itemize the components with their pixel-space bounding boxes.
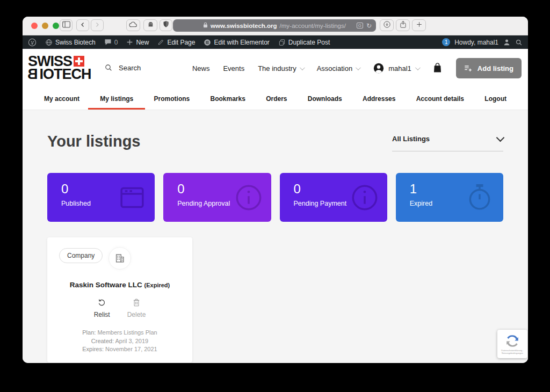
elementor-icon bbox=[204, 39, 211, 46]
url-path: /my-account/my-listings/ bbox=[280, 23, 346, 29]
tab-label: Downloads bbox=[308, 95, 342, 103]
tab-bookmarks[interactable]: Bookmarks bbox=[207, 88, 249, 110]
recaptcha-terms: Datenschutzerklärung - Nutzungsbedingung… bbox=[501, 349, 523, 354]
tab-my-account[interactable]: My account bbox=[41, 88, 83, 110]
delete-button[interactable]: Delete bbox=[127, 298, 146, 318]
new-label: New bbox=[136, 39, 149, 46]
nav-label: News bbox=[192, 64, 210, 72]
browser-toolbar: www.swissbiotech.org/my-account/my-listi… bbox=[23, 17, 528, 35]
privacy-extension-button[interactable] bbox=[143, 19, 157, 31]
sidebar-toggle-button[interactable] bbox=[60, 19, 73, 31]
meta-value: November 17, 2021 bbox=[105, 346, 157, 352]
shield-icon bbox=[163, 20, 169, 30]
forward-button[interactable] bbox=[91, 19, 104, 31]
meta-value: April 3, 2019 bbox=[115, 338, 148, 344]
stat-card-pending-approval: 0 Pending Approval bbox=[163, 173, 271, 222]
address-bar[interactable]: www.swissbiotech.org/my-account/my-listi… bbox=[173, 19, 376, 32]
stat-card-pending-payment: 0 Pending Payment bbox=[280, 173, 387, 222]
logo-b: B bbox=[28, 68, 38, 81]
logo-rest: IOTECH bbox=[40, 68, 91, 81]
new-tab-button[interactable] bbox=[412, 19, 426, 31]
account-tabs: My account My listings Promotions Bookma… bbox=[23, 88, 528, 110]
downloads-button[interactable] bbox=[380, 19, 394, 31]
wp-logo-menu[interactable] bbox=[28, 38, 37, 47]
trash-icon bbox=[132, 298, 141, 307]
nav-the-industry[interactable]: The industry bbox=[258, 64, 303, 72]
meta-value: Members Listings Plan bbox=[97, 329, 157, 336]
nav-label: The industry bbox=[258, 64, 296, 72]
translate-icon[interactable]: G bbox=[357, 23, 363, 28]
site-name: Swiss Biotech bbox=[55, 39, 96, 46]
listing-meta: Plan: Members Listings Plan Created: Apr… bbox=[56, 329, 184, 354]
search-label: Search bbox=[119, 64, 141, 72]
tab-label: Promotions bbox=[154, 95, 190, 103]
minimize-window-button[interactable] bbox=[42, 23, 48, 29]
sidebar-icon bbox=[62, 20, 70, 30]
page-title: Your listings bbox=[47, 133, 140, 150]
listing-stats-row: 0 Published 0 Pending Approval bbox=[47, 173, 503, 222]
tab-promotions[interactable]: Promotions bbox=[151, 88, 193, 110]
listings-filter-select[interactable]: All Listings bbox=[392, 135, 503, 151]
listing-avatar bbox=[108, 247, 131, 270]
stat-card-published: 0 Published bbox=[47, 173, 155, 222]
meta-label: Created: bbox=[91, 338, 114, 344]
my-listings-page: Your listings All Listings 0 Published bbox=[23, 110, 528, 363]
tab-label: Orders bbox=[266, 95, 287, 103]
chevron-down-icon bbox=[356, 65, 361, 70]
listing-status: (Expired) bbox=[144, 282, 170, 288]
edit-page-menu[interactable]: Edit Page bbox=[157, 39, 195, 46]
listing-name[interactable]: Raskin Software LLC bbox=[70, 281, 142, 289]
add-listing-button[interactable]: Add listing bbox=[456, 58, 522, 78]
shield-extension-button[interactable] bbox=[160, 19, 172, 31]
tab-logout[interactable]: Logout bbox=[481, 88, 510, 110]
relist-button[interactable]: Relist bbox=[94, 298, 110, 318]
new-content-menu[interactable]: New bbox=[126, 39, 149, 46]
meta-plan: Plan: Members Listings Plan bbox=[56, 329, 184, 337]
share-button[interactable] bbox=[396, 19, 410, 31]
window-controls bbox=[31, 23, 59, 29]
download-icon bbox=[383, 20, 391, 31]
user-name: mahal1 bbox=[388, 64, 411, 72]
back-icon bbox=[79, 20, 86, 30]
howdy-menu[interactable]: Howdy, mahal1 bbox=[454, 39, 498, 46]
tab-account-details[interactable]: Account details bbox=[413, 88, 467, 110]
search-icon[interactable] bbox=[515, 39, 523, 46]
site-search[interactable]: Search bbox=[104, 63, 141, 72]
building-icon bbox=[114, 252, 126, 264]
forward-icon bbox=[94, 20, 100, 30]
nav-events[interactable]: Events bbox=[223, 64, 244, 72]
calendar-window-icon bbox=[117, 183, 147, 213]
icloud-tab-button[interactable] bbox=[126, 19, 140, 31]
plus-icon bbox=[126, 39, 133, 46]
duplicate-post-label: Duplicate Post bbox=[288, 39, 330, 46]
close-window-button[interactable] bbox=[31, 23, 38, 29]
recaptcha-badge[interactable]: Datenschutzerklärung - Nutzungsbedingung… bbox=[497, 330, 527, 358]
copy-pages-icon bbox=[278, 39, 286, 46]
reload-icon[interactable]: ↻ bbox=[366, 22, 372, 30]
site-menu[interactable]: Swiss Biotech bbox=[45, 39, 96, 46]
back-button[interactable] bbox=[76, 19, 89, 31]
duplicate-post-menu[interactable]: Duplicate Post bbox=[278, 39, 330, 46]
elementor-label: Edit with Elementor bbox=[214, 39, 269, 46]
comment-icon bbox=[104, 39, 112, 46]
add-listing-label: Add listing bbox=[477, 64, 513, 72]
elementor-menu[interactable]: Edit with Elementor bbox=[204, 39, 269, 46]
cart-button[interactable] bbox=[432, 62, 443, 75]
tab-my-listings[interactable]: My listings bbox=[97, 88, 136, 110]
nav-news[interactable]: News bbox=[192, 64, 210, 72]
tab-label: Logout bbox=[484, 95, 506, 103]
tab-label: My account bbox=[44, 95, 79, 103]
meta-label: Expires: bbox=[82, 346, 104, 352]
user-menu[interactable]: mahal1 bbox=[373, 62, 419, 74]
tab-orders[interactable]: Orders bbox=[263, 88, 290, 110]
swiss-biotech-logo[interactable]: SWISS BIOTECH bbox=[28, 55, 91, 81]
info-icon bbox=[234, 183, 264, 213]
comments-menu[interactable]: 0 bbox=[104, 39, 118, 46]
zoom-window-button[interactable] bbox=[53, 23, 59, 29]
plus-icon bbox=[416, 20, 423, 30]
tab-addresses[interactable]: Addresses bbox=[359, 88, 399, 110]
nav-association[interactable]: Association bbox=[317, 64, 359, 72]
url-host: www.swissbiotech.org bbox=[211, 23, 277, 29]
ghost-icon bbox=[147, 20, 154, 30]
tab-downloads[interactable]: Downloads bbox=[305, 88, 345, 110]
